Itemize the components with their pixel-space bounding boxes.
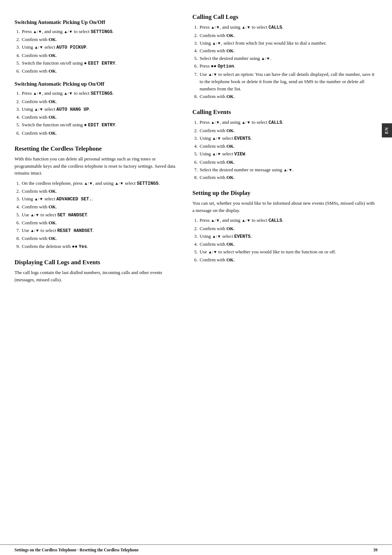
bold-text: OK: [49, 68, 56, 74]
list-item: Confirm with OK.: [21, 130, 178, 137]
list-item: Using ▲/▼ select ADVANCED SET..: [21, 195, 178, 203]
footer-text: Settings on the Cordless Telephone · Res…: [15, 548, 139, 552]
list-item: Confirm with OK.: [21, 188, 178, 195]
section3-title: Resetting the Cordless Telephone: [15, 145, 178, 152]
bold-text: OK: [226, 128, 234, 133]
bold-text: OK: [226, 143, 234, 149]
list-item: Use ▲/▼ to select SET HANDSET.: [21, 211, 178, 219]
list-item: Confirm with OK.: [199, 174, 377, 181]
bold-text: OK: [49, 188, 56, 194]
calling-call-logs-steps: Press ▲/▼, and using ▲/▼ to select CALLS…: [199, 24, 377, 100]
bold-text: OK: [226, 257, 234, 262]
arrow-icon: ▲/▼: [64, 91, 73, 95]
setting-display-body: You can set, whether you would like to b…: [192, 200, 377, 214]
list-item: Use ▲/▼ to select RESET HANDSET.: [21, 227, 178, 234]
bold-text: OK: [226, 175, 234, 180]
arrow-icon: ▲/▼: [30, 228, 39, 233]
calling-events-block: Calling Events Press ▲/▼, and using ▲/▼ …: [192, 108, 377, 181]
mono-text: EVENTS: [234, 234, 250, 239]
arrow-icon: ▲/▼: [30, 213, 39, 217]
list-item: Using ▲/▼ select VIEW.: [199, 150, 377, 158]
bold-text: OK: [49, 37, 56, 42]
list-item: Use ▲/▼ to select whether you would like…: [199, 248, 377, 256]
arrow-icon: ▲/▼: [212, 41, 221, 45]
list-item: On the cordless telephone, press ▲/▼, an…: [21, 180, 178, 187]
list-item: Confirm with OK.: [199, 47, 377, 54]
calling-call-logs-title: Calling Call Logs: [192, 13, 377, 21]
section3-block: Resetting the Cordless Telephone With th…: [15, 145, 178, 250]
calling-events-steps: Press ▲/▼, and using ▲/▼ to select CALLS…: [199, 119, 377, 181]
arrow-icon: ▲/▼: [34, 107, 43, 111]
list-item: Switch the function on/off using ● EDIT …: [21, 121, 178, 129]
arrow-icon: ▲/▼: [211, 25, 220, 29]
mono-text: VIEW: [234, 152, 245, 157]
list-item: Press ▲/▼, and using ▲/▼ to select SETTI…: [21, 28, 178, 36]
list-item: Confirm with OK.: [199, 159, 377, 166]
arrow-icon: ▲/▼: [242, 120, 251, 125]
list-item: Using ▲/▼ select EVENTS.: [199, 135, 377, 142]
list-item: Confirm with OK.: [21, 114, 178, 121]
arrow-icon: ▲/▼: [34, 197, 43, 201]
bold-text: OK: [226, 226, 234, 231]
left-column: Switching Automatic Picking Up On/Off Pr…: [15, 13, 189, 544]
arrow-icon: ▲/▼: [212, 152, 221, 156]
arrow-icon: ▲/▼: [115, 181, 124, 185]
arrow-icon: ▲/▼: [34, 45, 43, 49]
list-item: Select the desired number using ▲/▼.: [199, 55, 377, 62]
list-item: Confirm with OK.: [21, 235, 178, 242]
list-item: Select the desired number or message usi…: [199, 166, 377, 174]
mono-text: Option: [218, 64, 234, 69]
list-item: Confirm with OK.: [199, 225, 377, 232]
arrow-icon: ▲/▼: [33, 29, 42, 34]
mono-text: AUTO HANG UP: [56, 107, 89, 112]
mono-text: SETTINGS: [91, 29, 113, 34]
arrow-icon: ▲/▼: [64, 29, 73, 34]
mono-text: CALLS: [269, 120, 282, 125]
list-item: Press ▲/▼, and using ▲/▼ to select SETTI…: [21, 90, 178, 97]
mono-text: SETTINGS: [137, 181, 159, 186]
arrow-icon: ▲/▼: [211, 120, 220, 125]
list-item: Confirm with OK.: [21, 36, 178, 43]
list-item: Confirm with OK.: [199, 256, 377, 264]
content-area: Switching Automatic Picking Up On/Off Pr…: [0, 0, 392, 544]
section3-steps: On the cordless telephone, press ▲/▼, an…: [21, 180, 178, 250]
footer: Settings on the Cordless Telephone · Res…: [0, 544, 392, 555]
mono-text: EDIT ENTRY: [88, 123, 115, 128]
bold-text: OK: [226, 241, 234, 247]
mono-text: EDIT ENTRY: [88, 61, 115, 66]
arrow-icon: ▲/▼: [33, 91, 42, 95]
bold-text: OK: [226, 94, 234, 99]
section2-steps: Press ▲/▼, and using ▲/▼ to select SETTI…: [21, 90, 178, 137]
bold-text: OK: [49, 53, 56, 58]
footer-page-number: 39: [373, 548, 378, 552]
section4-title: Displaying Call Logs and Events: [15, 258, 178, 266]
list-item: Use ▲/▼ to select an option: You can hav…: [199, 71, 377, 93]
section4-body: The call logs contain the last dialled n…: [15, 269, 178, 283]
section1-steps: Press ▲/▼, and using ▲/▼ to select SETTI…: [21, 28, 178, 75]
mono-text: SET HANDSET: [57, 213, 87, 218]
list-item: Confirm with OK.: [199, 127, 377, 134]
arrow-icon: ▲/▼: [208, 72, 217, 77]
bold-text: OK: [226, 159, 234, 165]
mono-text: EVENTS: [234, 136, 250, 141]
list-item: Confirm with OK.: [21, 68, 178, 75]
page: EN Switching Automatic Picking Up On/Off…: [0, 0, 392, 555]
bold-text: OK: [49, 99, 56, 104]
arrow-icon: ▲/▼: [261, 56, 270, 61]
list-item: Press ▲/▼, and using ▲/▼ to select CALLS…: [199, 24, 377, 31]
calling-events-title: Calling Events: [192, 108, 377, 116]
setting-display-block: Setting up the Display You can set, whet…: [192, 189, 377, 264]
list-item: Using ▲/▼ select AUTO PICKUP.: [21, 44, 178, 51]
bold-text: OK: [226, 48, 234, 53]
arrow-icon: ▲/▼: [208, 250, 217, 254]
list-item: Confirm with OK.: [21, 219, 178, 227]
bold-text: OK: [49, 130, 56, 136]
mono-text: AUTO PICKUP: [56, 45, 86, 50]
mono-text: ADVANCED SET.: [56, 197, 92, 202]
section2-title: Switching Automatic Picking up On/Off: [15, 81, 178, 87]
list-item: Confirm with OK.: [199, 93, 377, 100]
mono-text: RESET HANDSET: [57, 228, 93, 233]
list-item: Confirm with OK.: [21, 203, 178, 211]
mono-text: CALLS: [269, 25, 282, 30]
mono-text: SETTINGS: [91, 91, 113, 96]
